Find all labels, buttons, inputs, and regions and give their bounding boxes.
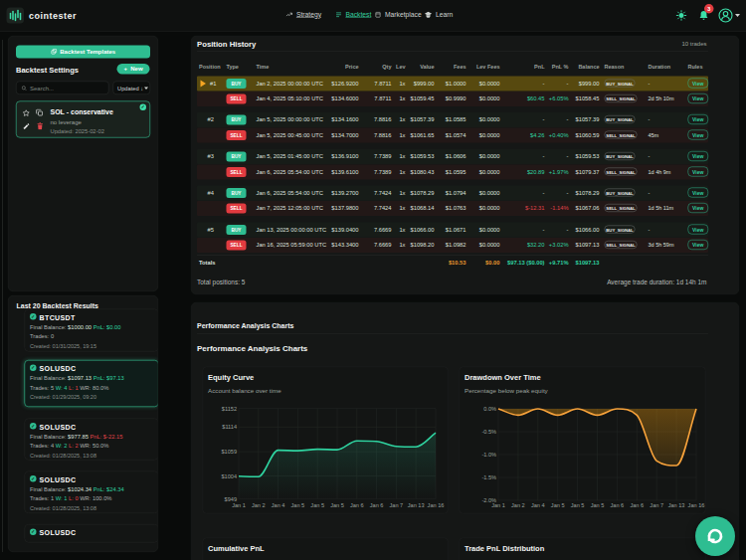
svg-text:Jan 1: Jan 1 xyxy=(491,502,505,508)
svg-text:$949: $949 xyxy=(225,496,237,502)
svg-text:Jan 6: Jan 6 xyxy=(630,502,644,508)
svg-text:Jan 4: Jan 4 xyxy=(272,502,285,508)
svg-text:Jan 6: Jan 6 xyxy=(370,502,384,508)
svg-text:Jan 16: Jan 16 xyxy=(688,502,705,508)
svg-text:-1.0%: -1.0% xyxy=(481,452,496,458)
svg-text:Jan 4: Jan 4 xyxy=(531,502,545,508)
svg-text:-1.5%: -1.5% xyxy=(481,474,496,480)
svg-text:Jan 6: Jan 6 xyxy=(350,502,364,508)
svg-text:0.0%: 0.0% xyxy=(483,406,496,412)
svg-text:Jan 5: Jan 5 xyxy=(330,502,344,508)
svg-text:-0.5%: -0.5% xyxy=(481,429,496,435)
svg-text:Jan 5: Jan 5 xyxy=(310,502,324,508)
svg-text:$1059: $1059 xyxy=(221,449,237,455)
svg-text:$1004: $1004 xyxy=(221,473,237,479)
svg-text:$1152: $1152 xyxy=(222,406,237,412)
svg-text:Jan 2: Jan 2 xyxy=(511,502,525,508)
svg-text:$1114: $1114 xyxy=(222,424,237,430)
svg-text:Jan 16: Jan 16 xyxy=(428,502,445,508)
svg-text:Jan 5: Jan 5 xyxy=(591,502,605,508)
svg-text:Jan 13: Jan 13 xyxy=(408,502,425,508)
svg-text:Jan 5: Jan 5 xyxy=(291,502,305,508)
svg-text:Jan 7: Jan 7 xyxy=(650,502,663,508)
svg-text:Jan 7: Jan 7 xyxy=(390,502,404,508)
svg-text:Jan 5: Jan 5 xyxy=(551,502,565,508)
svg-text:Jan 2: Jan 2 xyxy=(252,502,266,508)
svg-text:Jan 6: Jan 6 xyxy=(611,502,625,508)
svg-text:Jan 13: Jan 13 xyxy=(668,502,685,508)
svg-text:Jan 1: Jan 1 xyxy=(232,502,246,508)
svg-text:Jan 5: Jan 5 xyxy=(571,502,585,508)
